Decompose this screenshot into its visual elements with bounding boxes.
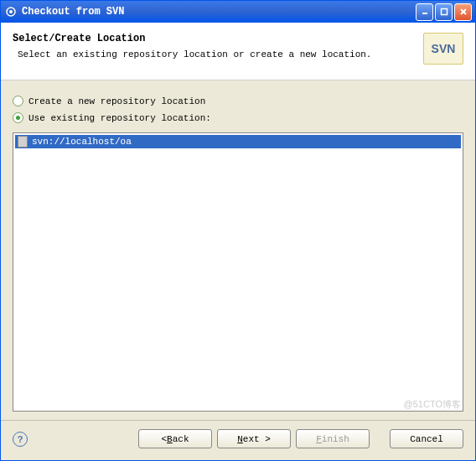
radio-icon (13, 112, 23, 123)
next-button[interactable]: Next > (217, 429, 291, 448)
watermark: @51CTO博客 (404, 398, 461, 411)
nav-buttons: < Back Next > Finish Cancel (138, 429, 463, 448)
radio-use-existing[interactable]: Use existing repository location: (13, 112, 463, 123)
svg-rect-3 (441, 9, 447, 15)
radio-create-location[interactable]: Create a new repository location (13, 96, 463, 106)
cancel-button[interactable]: Cancel (390, 429, 463, 448)
svn-logo-icon: SVN (423, 33, 463, 65)
radio-label: Create a new repository location (28, 96, 205, 106)
list-item[interactable]: svn://localhost/oa (15, 135, 461, 148)
page-title: Select/Create Location (13, 33, 415, 44)
svg-point-1 (9, 10, 13, 13)
header-text: Select/Create Location Select an existin… (13, 33, 415, 65)
back-button[interactable]: < Back (138, 429, 212, 448)
maximize-button[interactable] (435, 3, 453, 21)
content-area: Create a new repository location Use exi… (1, 80, 475, 420)
repository-list[interactable]: svn://localhost/oa (13, 132, 463, 412)
window-buttons (416, 3, 472, 21)
dialog-window: Checkout from SVN Select/Create Location… (0, 0, 476, 461)
close-button[interactable] (454, 3, 472, 21)
help-button[interactable]: ? (13, 432, 28, 447)
wizard-header: Select/Create Location Select an existin… (1, 23, 475, 80)
titlebar[interactable]: Checkout from SVN (1, 1, 475, 23)
radio-label: Use existing repository location: (28, 113, 211, 123)
repository-url: svn://localhost/oa (32, 137, 132, 147)
finish-button: Finish (296, 429, 370, 448)
repository-icon (18, 136, 28, 148)
radio-icon (13, 96, 23, 106)
titlebar-text: Checkout from SVN (22, 6, 416, 18)
app-icon (4, 5, 18, 18)
button-bar: ? < Back Next > Finish Cancel (1, 420, 475, 460)
minimize-button[interactable] (416, 3, 433, 21)
page-description: Select an existing repository location o… (18, 49, 415, 60)
